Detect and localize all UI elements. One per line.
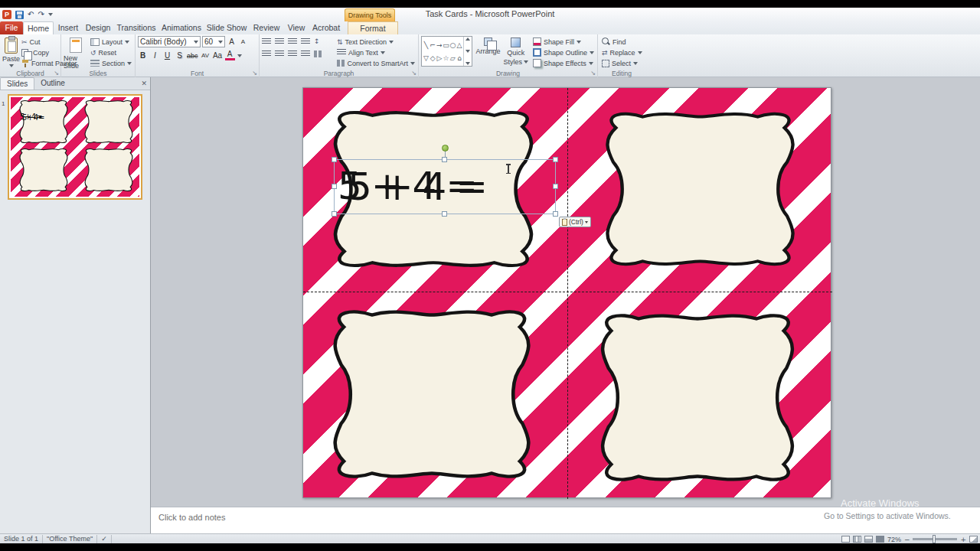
shape-house-icon[interactable]: ⌂ bbox=[457, 54, 462, 62]
task-card-top-right[interactable] bbox=[586, 109, 814, 269]
selection-handle-ne[interactable] bbox=[553, 157, 558, 162]
font-dialog-launcher-icon[interactable]: ↘ bbox=[252, 70, 257, 77]
fit-to-window-button[interactable] bbox=[969, 536, 978, 543]
selection-handle-e[interactable] bbox=[553, 184, 558, 189]
selected-text-box[interactable]: 5 + 4 = 5 + 4 = bbox=[334, 159, 556, 214]
horizontal-guide[interactable] bbox=[303, 292, 832, 292]
bullets-icon[interactable] bbox=[262, 38, 271, 45]
shape-diamond-icon[interactable]: ◇ bbox=[430, 54, 436, 62]
gallery-scroll-down-icon[interactable] bbox=[466, 50, 470, 53]
undo-icon[interactable]: ↶ bbox=[28, 10, 34, 19]
selection-handle-w[interactable] bbox=[332, 184, 337, 189]
shape-oval-icon[interactable]: ○ bbox=[449, 41, 456, 49]
bold-button[interactable]: B bbox=[138, 51, 148, 60]
justify-icon[interactable] bbox=[301, 51, 310, 57]
shape-triangle-right-icon[interactable]: ▷ bbox=[436, 54, 442, 62]
selection-handle-n[interactable] bbox=[442, 157, 447, 162]
shapes-gallery[interactable]: ╲ ⌐ → ▭ ○ △ ▽ ◇ ▷ ☆ ▱ ⌂ bbox=[421, 36, 472, 67]
align-text-button[interactable]: Align Text bbox=[335, 47, 416, 57]
shape-rectangle-icon[interactable]: ▭ bbox=[443, 41, 449, 49]
line-spacing-icon[interactable]: ↕ bbox=[314, 37, 320, 45]
zoom-level[interactable]: 72% bbox=[887, 536, 901, 543]
replace-button[interactable]: ⇄ Replace bbox=[600, 47, 644, 57]
layout-button[interactable]: Layout bbox=[89, 37, 133, 47]
tab-design[interactable]: Design bbox=[83, 21, 113, 34]
tab-file[interactable]: File bbox=[0, 21, 23, 34]
slideshow-view-button[interactable] bbox=[876, 536, 884, 543]
tab-acrobat[interactable]: Acrobat bbox=[309, 21, 343, 34]
font-name-combo[interactable]: Calibri (Body) bbox=[138, 36, 201, 47]
normal-view-button[interactable] bbox=[841, 536, 850, 543]
selection-handle-s[interactable] bbox=[442, 211, 447, 217]
italic-button[interactable]: I bbox=[150, 51, 160, 60]
gallery-scroll-up-icon[interactable] bbox=[466, 37, 470, 41]
selection-handle-sw[interactable] bbox=[332, 211, 337, 217]
slide-canvas[interactable]: 5 + 4 = 5 + 4 = bbox=[302, 87, 831, 498]
convert-to-smartart-button[interactable]: Convert to SmartArt bbox=[335, 58, 416, 68]
increase-indent-icon[interactable] bbox=[301, 38, 310, 45]
align-left-icon[interactable] bbox=[262, 51, 271, 57]
slide-thumbnail[interactable]: 5+4= 5+4= bbox=[8, 94, 142, 200]
paste-button[interactable]: Paste bbox=[2, 36, 20, 68]
shape-triangle-down-icon[interactable]: ▽ bbox=[423, 54, 429, 62]
shape-effects-button[interactable]: Shape Effects bbox=[531, 58, 596, 68]
character-spacing-button[interactable]: AV bbox=[201, 52, 211, 59]
rotate-handle[interactable] bbox=[442, 145, 449, 152]
shape-elbow-icon[interactable]: ⌐ bbox=[430, 41, 436, 49]
arrange-button[interactable]: Arrange bbox=[475, 36, 500, 68]
task-card-bottom-left[interactable] bbox=[313, 307, 550, 481]
tab-view[interactable]: View bbox=[283, 21, 309, 34]
paragraph-dialog-launcher-icon[interactable]: ↘ bbox=[411, 70, 416, 77]
vertical-guide[interactable] bbox=[567, 88, 568, 499]
slide-sorter-view-button[interactable] bbox=[853, 536, 861, 543]
tab-outline-pane[interactable]: Outline bbox=[34, 77, 71, 90]
paste-options-button[interactable]: (Ctrl) bbox=[559, 217, 591, 227]
qat-customize-icon[interactable] bbox=[48, 13, 53, 16]
tab-home[interactable]: Home bbox=[23, 21, 54, 34]
shape-arrow-icon[interactable]: → bbox=[436, 41, 443, 49]
reading-view-button[interactable] bbox=[864, 536, 873, 543]
zoom-slider[interactable] bbox=[913, 538, 957, 540]
new-slide-button[interactable]: New Slide bbox=[64, 36, 89, 70]
shape-line-icon[interactable]: ╲ bbox=[424, 41, 428, 49]
tab-slides-pane[interactable]: Slides bbox=[0, 77, 34, 90]
font-color-dropdown-icon[interactable] bbox=[237, 54, 242, 57]
selection-handle-nw[interactable] bbox=[332, 157, 337, 162]
tab-review[interactable]: Review bbox=[250, 21, 283, 34]
zoom-out-button[interactable]: − bbox=[904, 536, 910, 543]
shape-outline-button[interactable]: Shape Outline bbox=[531, 47, 596, 57]
zoom-slider-thumb[interactable] bbox=[933, 535, 936, 543]
tab-slide-show[interactable]: Slide Show bbox=[204, 21, 250, 34]
selection-handle-se[interactable] bbox=[553, 211, 558, 217]
align-right-icon[interactable] bbox=[288, 51, 297, 57]
tab-transitions[interactable]: Transitions bbox=[113, 21, 159, 34]
task-card-bottom-right[interactable] bbox=[581, 311, 814, 484]
tab-animations[interactable]: Animations bbox=[159, 21, 204, 34]
shrink-font-button[interactable]: A bbox=[238, 38, 248, 45]
align-center-icon[interactable] bbox=[275, 51, 284, 57]
shape-parallelogram-icon[interactable]: ▱ bbox=[450, 54, 456, 62]
clipboard-dialog-launcher-icon[interactable]: ↘ bbox=[54, 70, 59, 77]
drawing-dialog-launcher-icon[interactable]: ↘ bbox=[590, 70, 596, 77]
shape-fill-button[interactable]: Shape Fill bbox=[531, 37, 596, 47]
find-button[interactable]: Find bbox=[600, 37, 644, 47]
font-color-button[interactable]: A bbox=[225, 51, 235, 60]
shape-star-icon[interactable]: ☆ bbox=[443, 54, 449, 62]
zoom-in-button[interactable]: + bbox=[960, 536, 966, 543]
underline-button[interactable]: U bbox=[162, 51, 172, 60]
reset-button[interactable]: ↺ Reset bbox=[89, 47, 133, 57]
select-button[interactable]: Select bbox=[600, 58, 644, 68]
tab-insert[interactable]: Insert bbox=[54, 21, 83, 34]
redo-icon[interactable]: ↷ bbox=[38, 10, 44, 19]
section-button[interactable]: Section bbox=[89, 58, 133, 68]
grow-font-button[interactable]: A bbox=[227, 37, 237, 46]
shapes-gallery-scrollbar[interactable] bbox=[463, 37, 472, 66]
text-direction-button[interactable]: ⇅ Text Direction bbox=[335, 37, 416, 47]
save-icon[interactable] bbox=[15, 11, 24, 19]
decrease-indent-icon[interactable] bbox=[288, 38, 297, 45]
font-size-combo[interactable]: 60 bbox=[202, 36, 225, 47]
text-shadow-button[interactable]: S bbox=[175, 51, 185, 60]
gallery-more-icon[interactable] bbox=[466, 62, 470, 65]
shape-triangle-icon[interactable]: △ bbox=[457, 41, 462, 49]
quick-styles-button[interactable]: Quick Styles bbox=[503, 36, 528, 68]
